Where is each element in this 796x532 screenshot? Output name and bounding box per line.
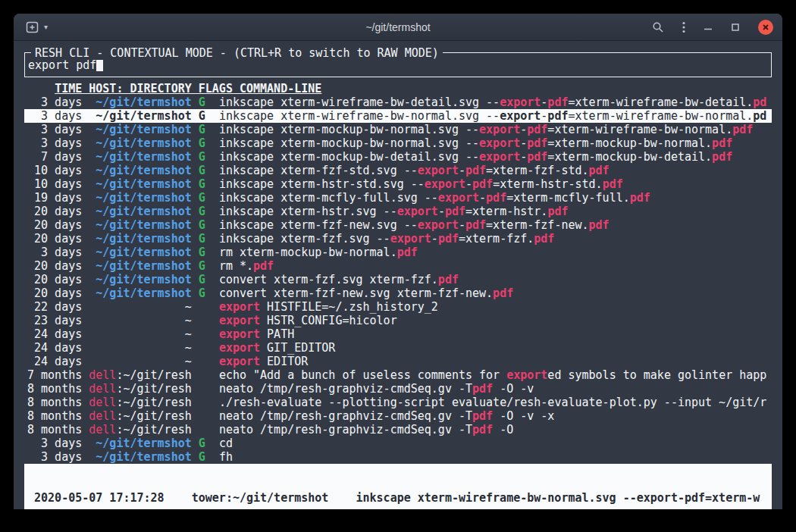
history-row[interactable]: 20 days ~/git/termshot G inkscape xterm-… (24, 205, 772, 218)
history-row[interactable]: 8 months dell:~/git/resh ./resh-evaluate… (24, 396, 772, 409)
restore-button[interactable] (731, 23, 740, 32)
kebab-menu-icon (682, 21, 685, 33)
resh-search-box: RESH CLI - CONTEXTUAL MODE - (CTRL+R to … (24, 52, 772, 77)
close-button[interactable] (758, 20, 773, 35)
tab-dropdown-button[interactable]: ▾ (44, 23, 48, 31)
history-row[interactable]: 3 days ~/git/termshot G inkscape xterm-m… (24, 136, 772, 150)
history-row[interactable]: 3 days ~/git/termshot G cd (24, 437, 772, 450)
menu-button[interactable] (682, 21, 685, 33)
history-row[interactable]: 20 days ~/git/termshot G convert xterm-f… (24, 286, 772, 300)
close-icon (762, 23, 769, 31)
search-input[interactable]: export pdf (28, 58, 768, 72)
text-cursor (96, 59, 103, 71)
history-row[interactable]: 22 days ~ export HISTFILE=~/.zsh_history… (24, 300, 772, 314)
header-text: TIME HOST: DIRECTORY FLAGS COMMAND-LINE (55, 82, 321, 95)
restore-icon (731, 23, 740, 32)
terminal: RESH CLI - CONTEXTUAL MODE - (CTRL+R to … (14, 42, 782, 509)
chevron-down-icon: ▾ (44, 23, 48, 31)
search-button[interactable] (652, 21, 664, 33)
history-row[interactable]: 20 days ~/git/termshot G convert xterm-f… (24, 273, 772, 286)
history-row[interactable]: 3 days ~/git/termshot G fh (24, 450, 772, 464)
history-row[interactable]: 3 days ~/git/termshot G rm xterm-mockup-… (24, 246, 772, 259)
history-row[interactable]: 3 days ~/git/termshot G inkscape xterm-w… (24, 95, 772, 109)
history-row[interactable]: 7 months dell:~/git/resh echo "Add a bun… (24, 368, 772, 382)
terminal-window: ~/git/termshot ▾ (14, 14, 782, 509)
history-row[interactable]: 24 days ~ export GIT_EDITOR (24, 341, 772, 355)
history-row[interactable]: 20 days ~/git/termshot G rm *.pdf (24, 259, 772, 273)
history-row[interactable]: 7 days ~/git/termshot G inkscape xterm-m… (24, 150, 772, 164)
history-row[interactable]: 3 days ~/git/termshot G inkscape xterm-m… (24, 123, 772, 136)
history-row[interactable]: 24 days ~ export PATH (24, 327, 772, 341)
status-line-1: 2020-05-07 17:17:28 tower:~/git/termshot… (27, 491, 769, 505)
history-row[interactable]: 8 months dell:~/git/resh neato /tmp/resh… (24, 409, 772, 423)
history-row[interactable]: 10 days ~/git/termshot G inkscape xterm-… (24, 177, 772, 191)
resh-mode-title: RESH CLI - CONTEXTUAL MODE - (CTRL+R to … (31, 46, 443, 60)
history-row[interactable]: 20 days ~/git/termshot G inkscape xterm-… (24, 232, 772, 246)
history-row[interactable]: 20 days ~/git/termshot G inkscape xterm-… (24, 218, 772, 232)
search-icon (652, 21, 664, 33)
history-row[interactable]: 23 days ~ export HSTR_CONFIG=hicolor (24, 314, 772, 327)
history-row[interactable]: 24 days ~ export EDITOR (24, 355, 772, 368)
table-header: TIME HOST: DIRECTORY FLAGS COMMAND-LINE (24, 82, 772, 95)
history-row[interactable]: 19 days ~/git/termshot G inkscape xterm-… (24, 191, 772, 205)
history-row[interactable]: 8 months dell:~/git/resh neato /tmp/resh… (24, 423, 772, 437)
history-row[interactable]: 10 days ~/git/termshot G inkscape xterm-… (24, 164, 772, 177)
search-query-text: export pdf (28, 58, 96, 72)
new-tab-button[interactable] (26, 21, 39, 33)
new-tab-icon (26, 21, 39, 33)
history-list: 3 days ~/git/termshot G inkscape xterm-w… (24, 95, 772, 464)
status-bar: 2020-05-07 17:17:28 tower:~/git/termshot… (24, 464, 772, 509)
minimize-button[interactable] (704, 23, 713, 32)
minimize-icon (704, 23, 713, 32)
header-pad (27, 82, 55, 95)
history-row[interactable]: 3 days ~/git/termshot G inkscape xterm-w… (24, 109, 772, 123)
history-row[interactable]: 8 months dell:~/git/resh neato /tmp/resh… (24, 382, 772, 396)
titlebar[interactable]: ~/git/termshot ▾ (14, 14, 782, 41)
